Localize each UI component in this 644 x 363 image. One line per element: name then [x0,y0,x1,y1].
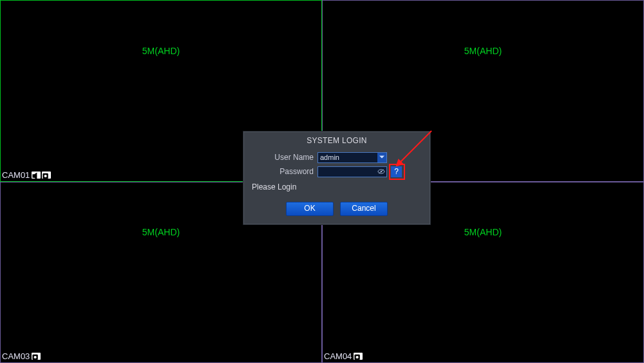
dialog-buttons: OK Cancel [244,202,430,216]
username-value: admin [318,153,377,161]
record-icon [42,172,51,179]
cancel-button[interactable]: Cancel [340,202,388,216]
login-status: Please Login [244,179,430,198]
password-field-wrap [317,166,387,177]
svg-point-1 [44,174,47,177]
svg-line-8 [379,170,384,173]
username-row: User Name admin [252,150,422,164]
resolution-label: 5M(AHD) [142,227,180,237]
resolution-label: 5M(AHD) [142,46,180,56]
eye-icon[interactable] [376,166,386,177]
username-select[interactable]: admin [317,152,387,163]
camera-label-1: CAM01 [2,170,51,180]
svg-point-5 [356,356,359,358]
camera-name: CAM01 [2,170,30,180]
dialog-title: SYSTEM LOGIN [244,132,430,149]
record-icon [354,353,363,360]
camera-name: CAM03 [2,351,30,361]
camera-name: CAM04 [324,351,352,361]
chevron-down-icon[interactable] [377,153,386,162]
password-label: Password [252,167,314,176]
password-input[interactable] [318,167,376,176]
username-label: User Name [252,153,314,162]
resolution-label: 5M(AHD) [464,227,502,237]
record-icon [32,353,41,360]
password-row: Password ? [252,164,422,179]
audio-icon [32,172,41,179]
svg-point-3 [34,356,37,358]
login-form: User Name admin Password ? [244,149,430,179]
resolution-label: 5M(AHD) [464,46,502,56]
ok-button[interactable]: OK [286,202,334,216]
login-dialog: SYSTEM LOGIN User Name admin Password ? … [243,132,430,224]
help-button[interactable]: ? [391,166,402,177]
camera-label-3: CAM03 [2,351,41,361]
camera-label-4: CAM04 [324,351,363,361]
